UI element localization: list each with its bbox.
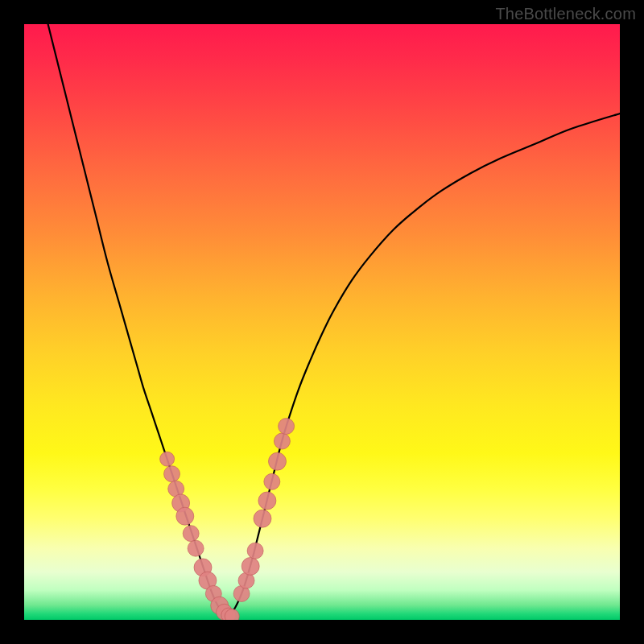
data-point <box>164 466 180 482</box>
curve-right_curve <box>227 114 620 617</box>
data-point <box>160 452 175 466</box>
data-point <box>254 510 271 527</box>
curve-left_curve <box>48 24 227 617</box>
data-point <box>274 433 290 449</box>
chart-svg <box>24 24 620 620</box>
data-points <box>160 419 295 621</box>
data-point <box>258 492 276 510</box>
data-point <box>188 540 204 556</box>
watermark-text: TheBottleneck.com <box>495 5 636 23</box>
chart-container: TheBottleneck.com <box>0 0 644 644</box>
data-point <box>242 557 259 575</box>
data-point <box>176 507 194 525</box>
data-point <box>247 543 263 559</box>
curve-lines <box>48 24 620 617</box>
data-point <box>279 419 295 435</box>
data-point <box>264 473 280 489</box>
data-point <box>269 452 287 470</box>
data-point <box>183 526 199 542</box>
plot-area <box>24 24 620 620</box>
